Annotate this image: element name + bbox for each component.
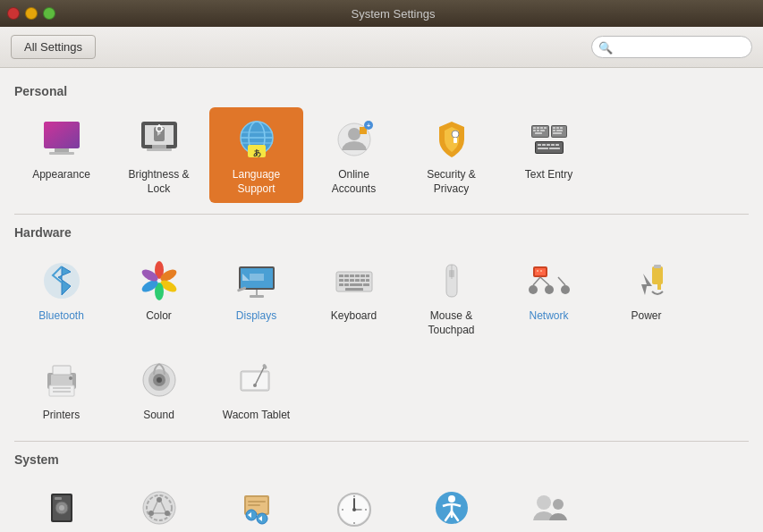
settings-item-network[interactable]: Network: [502, 249, 596, 344]
svg-rect-79: [366, 279, 369, 282]
settings-item-displays[interactable]: Displays: [209, 249, 303, 344]
settings-item-mouse-touchpad[interactable]: Mouse &Touchpad: [404, 249, 498, 344]
svg-rect-83: [363, 283, 369, 286]
svg-rect-3: [49, 152, 74, 155]
svg-point-21: [348, 128, 360, 140]
toolbar: All Settings 🔍: [0, 27, 763, 68]
appearance-label: Appearance: [32, 168, 90, 182]
svg-rect-80: [339, 283, 343, 286]
svg-point-110: [157, 377, 162, 383]
svg-rect-101: [51, 375, 72, 385]
bluetooth-label: Bluetooth: [38, 309, 84, 324]
settings-item-wacom-tablet[interactable]: Wacom Tablet: [209, 348, 303, 430]
printers-icon: [38, 357, 85, 403]
svg-rect-35: [535, 132, 542, 134]
software-updates-icon: [233, 485, 280, 531]
svg-point-119: [59, 505, 64, 511]
settings-item-text-entry[interactable]: Text Entry: [502, 107, 596, 203]
settings-item-color[interactable]: Color: [112, 249, 206, 344]
settings-item-bluetooth[interactable]: Bluetooth: [14, 249, 108, 344]
svg-rect-65: [250, 295, 264, 298]
svg-rect-49: [547, 144, 550, 146]
svg-rect-120: [55, 497, 62, 500]
search-icon: 🔍: [598, 40, 613, 54]
settings-item-software-updates[interactable]: Software &Updates: [209, 476, 303, 532]
svg-point-106: [69, 376, 72, 380]
mouse-touchpad-label: Mouse &Touchpad: [428, 309, 474, 337]
svg-rect-50: [551, 144, 555, 146]
all-settings-button[interactable]: All Settings: [11, 35, 96, 59]
search-box: 🔍: [591, 36, 752, 58]
settings-item-sound[interactable]: Sound: [112, 348, 206, 430]
section-label-personal: Personal: [14, 84, 749, 98]
svg-line-95: [533, 277, 540, 285]
settings-item-backups[interactable]: Backups: [14, 476, 108, 532]
maximize-button[interactable]: [43, 7, 55, 20]
language-support-label: LanguageSupport: [233, 168, 280, 196]
settings-item-appearance[interactable]: Appearance: [14, 107, 108, 203]
network-label: Network: [529, 309, 568, 324]
minimize-button[interactable]: [25, 7, 38, 20]
svg-rect-48: [542, 144, 546, 146]
settings-item-brightness-lock[interactable]: Brightness &Lock: [112, 107, 206, 203]
svg-rect-28: [533, 127, 536, 129]
svg-rect-32: [533, 130, 536, 131]
svg-rect-40: [560, 127, 563, 129]
svg-rect-51: [555, 144, 559, 146]
svg-rect-6: [152, 145, 166, 148]
svg-rect-68: [339, 274, 343, 277]
brightness-lock-icon: [136, 116, 182, 163]
svg-rect-84: [345, 288, 363, 291]
settings-item-language-support[interactable]: あ LanguageSupport: [209, 107, 303, 203]
settings-item-printers[interactable]: Printers: [14, 348, 108, 430]
color-icon: [136, 258, 182, 304]
svg-rect-25: [454, 138, 457, 143]
svg-rect-72: [360, 274, 365, 277]
svg-rect-98: [654, 265, 661, 268]
wacom-tablet-icon: [233, 357, 280, 403]
settings-item-online-accounts[interactable]: + OnlineAccounts: [307, 107, 401, 203]
svg-rect-39: [556, 127, 559, 129]
mouse-touchpad-icon: [428, 258, 475, 304]
text-entry-icon: [526, 116, 572, 163]
displays-label: Displays: [236, 309, 276, 324]
svg-line-94: [540, 277, 549, 285]
sound-icon: [136, 357, 182, 403]
svg-rect-89: [537, 270, 538, 272]
settings-item-keyboard[interactable]: Keyboard: [307, 249, 401, 344]
security-privacy-label: Security &Privacy: [427, 168, 476, 196]
settings-item-power[interactable]: Power: [599, 249, 693, 344]
svg-rect-77: [355, 279, 360, 282]
svg-point-93: [561, 285, 570, 294]
settings-item-user-accounts[interactable]: UserAccounts: [502, 476, 596, 532]
main-content: Personal Appearance: [0, 68, 763, 532]
svg-rect-99: [657, 284, 661, 290]
svg-rect-70: [350, 274, 354, 277]
search-input[interactable]: [591, 36, 752, 58]
svg-point-114: [253, 384, 257, 387]
printers-label: Printers: [43, 409, 80, 423]
settings-item-security-privacy[interactable]: Security &Privacy: [404, 107, 498, 203]
network-icon: [526, 258, 572, 304]
svg-rect-75: [344, 279, 349, 282]
backups-icon: [38, 485, 85, 531]
personal-grid: Appearance Brightness &Lock: [14, 107, 749, 203]
svg-rect-44: [553, 132, 562, 134]
svg-rect-97: [652, 266, 663, 284]
settings-item-universal-access[interactable]: UniversalAccess: [404, 476, 498, 532]
online-accounts-icon: +: [331, 116, 377, 163]
svg-rect-71: [355, 274, 360, 277]
settings-item-time-date[interactable]: Time & Date: [307, 476, 401, 532]
svg-rect-43: [560, 130, 563, 131]
svg-rect-31: [544, 127, 547, 129]
svg-rect-29: [537, 127, 539, 129]
close-button[interactable]: [7, 7, 20, 20]
language-support-icon: あ: [233, 116, 280, 163]
brightness-lock-label: Brightness &Lock: [128, 168, 189, 196]
text-entry-label: Text Entry: [525, 168, 572, 182]
svg-rect-66: [250, 274, 264, 281]
online-accounts-label: OnlineAccounts: [332, 168, 376, 196]
svg-point-149: [537, 495, 551, 510]
settings-item-details[interactable]: Details: [112, 476, 206, 532]
divider-personal-hardware: [14, 214, 749, 215]
